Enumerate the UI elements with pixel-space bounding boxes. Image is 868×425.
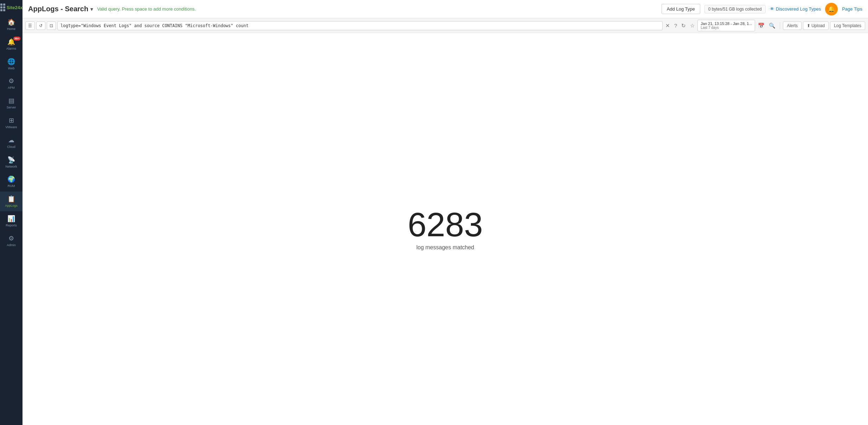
history-icon: ↺ xyxy=(39,23,43,28)
server-icon: ▤ xyxy=(8,97,14,105)
admin-icon: ⚙ xyxy=(8,235,14,242)
template-button[interactable]: ⊡ xyxy=(47,21,56,30)
home-icon: 🏠 xyxy=(7,18,15,26)
upload-button[interactable]: ⬆ Upload xyxy=(803,21,829,30)
header: AppLogs - Search ▾ Valid query. Press sp… xyxy=(23,0,868,18)
list-view-button[interactable]: ☰ xyxy=(25,21,35,30)
sidebar-label-rum: RUM xyxy=(8,184,15,188)
upload-icon: ⬆ xyxy=(807,23,810,28)
apm-icon: ⚙ xyxy=(8,77,14,85)
log-templates-button[interactable]: Log Templates xyxy=(830,21,865,30)
discovered-log-types-link[interactable]: 👁 Discovered Log Types xyxy=(770,6,821,12)
sidebar-label-alarms: Alarms xyxy=(6,47,16,51)
upload-label: Upload xyxy=(811,23,825,28)
reports-icon: 📊 xyxy=(7,215,15,223)
alarms-badge: 99+ xyxy=(13,37,20,40)
main-area: AppLogs - Search ▾ Valid query. Press sp… xyxy=(23,0,868,425)
title-dropdown-arrow[interactable]: ▾ xyxy=(90,6,93,12)
sidebar-item-apm[interactable]: ⚙ APM xyxy=(0,74,23,93)
sidebar-label-network: Network xyxy=(5,165,17,169)
sidebar-item-network[interactable]: 📡 Network xyxy=(0,152,23,172)
clear-icon: ✕ xyxy=(665,23,670,29)
help-icon: ? xyxy=(674,23,677,29)
sidebar-label-home: Home xyxy=(7,27,15,31)
query-input[interactable] xyxy=(57,21,663,30)
log-count-label: log messages matched xyxy=(416,244,474,251)
sidebar-label-vmware: VMware xyxy=(5,125,17,129)
history-button[interactable]: ↺ xyxy=(36,21,45,30)
sidebar-item-admin[interactable]: ⚙ Admin xyxy=(0,231,23,251)
page-title-text: AppLogs - Search xyxy=(28,5,88,13)
help-button[interactable]: ? xyxy=(673,21,678,30)
page-title: AppLogs - Search ▾ xyxy=(28,5,93,13)
page-tips-link[interactable]: Page Tips xyxy=(842,6,862,12)
bell-icon: 🔔 xyxy=(828,6,835,12)
sidebar: Site24x7 🏠 Home 99+ 🔔 Alarms 🌐 Web ⚙ APM… xyxy=(0,0,23,425)
sidebar-item-rum[interactable]: 🌍 RUM xyxy=(0,172,23,192)
date-range-sub-text: Last 7 days xyxy=(701,26,752,30)
sidebar-item-cloud[interactable]: ☁ Cloud xyxy=(0,133,23,152)
sidebar-label-cloud: Cloud xyxy=(7,145,15,149)
toolbar: ☰ ↺ ⊡ ✕ ? ↻ ☆ Jan 21, 13:15:28 - Jan 28,… xyxy=(23,18,868,33)
search-icon: 🔍 xyxy=(769,23,776,29)
list-icon: ☰ xyxy=(28,23,32,28)
calendar-icon: 📅 xyxy=(758,23,765,29)
logo-text: Site24x7 xyxy=(7,5,23,10)
sidebar-label-applogs: AppLogs xyxy=(5,204,18,208)
sidebar-item-server[interactable]: ▤ Server xyxy=(0,93,23,113)
calendar-button[interactable]: 📅 xyxy=(757,21,766,30)
eye-icon: 👁 xyxy=(770,6,774,12)
template-icon: ⊡ xyxy=(50,23,53,28)
logo: Site24x7 xyxy=(0,0,23,15)
sidebar-item-vmware[interactable]: ⊞ VMware xyxy=(0,113,23,133)
sidebar-label-apm: APM xyxy=(8,86,15,90)
date-range-picker-button[interactable]: Jan 21, 13:15:28 - Jan 28, 1... Last 7 d… xyxy=(697,20,755,31)
sidebar-item-web[interactable]: 🌐 Web xyxy=(0,54,23,74)
network-icon: 📡 xyxy=(7,156,15,164)
sidebar-item-applogs[interactable]: 📋 AppLogs xyxy=(0,192,23,211)
main-content: 6283 log messages matched xyxy=(23,33,868,425)
alerts-button[interactable]: Alerts xyxy=(783,21,802,30)
date-range-text: Jan 21, 13:15:28 - Jan 28, 1... xyxy=(701,21,752,26)
star-button[interactable]: ☆ xyxy=(689,21,696,30)
rum-icon: 🌍 xyxy=(7,175,15,183)
refresh-button[interactable]: ↻ xyxy=(680,21,687,30)
search-button[interactable]: 🔍 xyxy=(767,21,777,30)
applogs-icon: 📋 xyxy=(7,195,15,203)
sidebar-item-reports[interactable]: 📊 Reports xyxy=(0,211,23,231)
logo-grid-icon xyxy=(0,4,5,11)
cloud-icon: ☁ xyxy=(8,136,14,144)
clear-query-button[interactable]: ✕ xyxy=(664,21,671,30)
logs-collected-info: 0 bytes/51 GB logs collected xyxy=(704,5,766,13)
refresh-icon: ↻ xyxy=(681,23,686,29)
notification-bell-button[interactable]: 🔔 xyxy=(825,3,838,15)
log-count: 6283 xyxy=(408,208,483,242)
star-icon: ☆ xyxy=(690,23,695,29)
valid-query-message: Valid query. Press space to add more con… xyxy=(97,6,657,12)
sidebar-label-server: Server xyxy=(7,106,16,110)
web-icon: 🌐 xyxy=(7,58,15,65)
sidebar-label-admin: Admin xyxy=(7,243,16,247)
toolbar-divider xyxy=(780,22,780,29)
discovered-log-types-label: Discovered Log Types xyxy=(776,6,821,12)
add-log-type-button[interactable]: Add Log Type xyxy=(662,4,700,14)
sidebar-label-web: Web xyxy=(8,67,14,70)
sidebar-label-reports: Reports xyxy=(6,224,17,227)
vmware-icon: ⊞ xyxy=(9,117,14,124)
sidebar-item-home[interactable]: 🏠 Home xyxy=(0,15,23,35)
sidebar-item-alarms[interactable]: 99+ 🔔 Alarms xyxy=(0,35,23,54)
